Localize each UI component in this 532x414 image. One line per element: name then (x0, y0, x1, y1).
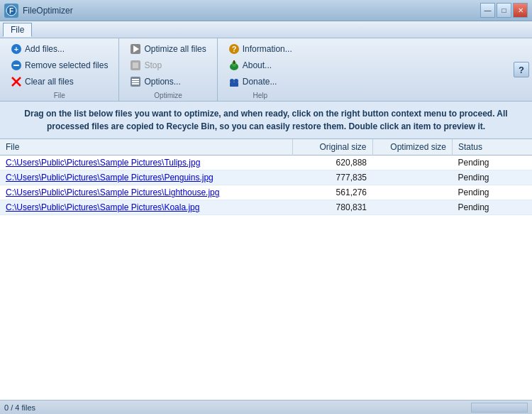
file-group-label: File (6, 89, 113, 99)
information-icon: ? (228, 43, 240, 55)
column-status: Status (453, 139, 533, 156)
stop-button[interactable]: Stop (125, 58, 211, 73)
toolbar-group-file: + Add files... Remove selected files (0, 38, 119, 101)
file-cell: C:\Users\Public\Pictures\Sample Pictures… (0, 185, 293, 200)
file-table: File Original size Optimized size Status… (0, 139, 532, 215)
about-icon (228, 60, 240, 71)
svg-rect-13 (132, 79, 139, 80)
optimize-all-icon (130, 43, 141, 55)
table-row[interactable]: C:\Users\Public\Pictures\Sample Pictures… (0, 185, 532, 200)
status-bar-text: 0 / 4 files (4, 403, 35, 412)
table-row[interactable]: C:\Users\Public\Pictures\Sample Pictures… (0, 170, 532, 185)
svg-text:F: F (9, 7, 13, 15)
minimize-button[interactable]: — (480, 3, 495, 18)
svg-text:?: ? (231, 45, 236, 53)
menu-item-file[interactable]: File (3, 23, 32, 37)
original-size-cell: 620,888 (293, 156, 373, 170)
file-table-body: C:\Users\Public\Pictures\Sample Pictures… (0, 156, 532, 215)
status-bar: 0 / 4 files (0, 400, 532, 414)
app-icon: F (4, 4, 18, 18)
optimized-size-cell (372, 185, 453, 200)
optimize-buttons: Optimize all files Stop (125, 41, 211, 89)
file-cell: C:\Users\Public\Pictures\Sample Pictures… (0, 170, 293, 185)
stop-label: Stop (144, 60, 162, 70)
optimized-size-cell (372, 156, 453, 170)
svg-rect-5 (13, 65, 19, 66)
status-cell: Pending (453, 200, 533, 215)
donate-icon (228, 76, 240, 87)
optimize-group-label: Optimize (125, 89, 211, 99)
clear-all-button[interactable]: Clear all files (6, 74, 113, 89)
file-link[interactable]: C:\Users\Public\Pictures\Sample Pictures… (6, 173, 214, 183)
remove-selected-label: Remove selected files (25, 60, 108, 70)
help-buttons: ? Information... About... (223, 41, 297, 89)
table-row[interactable]: C:\Users\Public\Pictures\Sample Pictures… (0, 200, 532, 215)
add-files-label: Add files... (25, 44, 65, 54)
menu-bar: File (0, 21, 532, 38)
file-link[interactable]: C:\Users\Public\Pictures\Sample Pictures… (6, 187, 219, 197)
column-file: File (0, 139, 293, 156)
donate-label: Donate... (243, 77, 277, 87)
column-original-size: Original size (293, 139, 373, 156)
file-cell: C:\Users\Public\Pictures\Sample Pictures… (0, 200, 293, 215)
status-cell: Pending (453, 185, 533, 200)
status-cell: Pending (453, 156, 533, 170)
optimized-size-cell (372, 200, 453, 215)
help-icon-button[interactable]: ? (514, 62, 529, 77)
toolbar-group-help: ? Information... About... (218, 38, 303, 101)
clear-all-label: Clear all files (25, 77, 74, 87)
title-bar-controls: — □ ✕ (480, 3, 528, 18)
file-buttons: + Add files... Remove selected files (6, 41, 113, 89)
toolbar-group-optimize: Optimize all files Stop (119, 38, 217, 101)
file-link[interactable]: C:\Users\Public\Pictures\Sample Pictures… (6, 202, 199, 212)
optimize-all-button[interactable]: Optimize all files (125, 41, 211, 57)
status-bar-progress (471, 403, 528, 413)
close-button[interactable]: ✕ (513, 3, 528, 18)
title-bar: F FileOptimizer — □ ✕ (0, 0, 532, 21)
title-bar-title: FileOptimizer (23, 6, 73, 16)
status-cell: Pending (453, 170, 533, 185)
original-size-cell: 780,831 (293, 200, 373, 215)
stop-icon (130, 60, 141, 71)
original-size-cell: 777,835 (293, 170, 373, 185)
svg-rect-20 (233, 60, 235, 64)
remove-selected-button[interactable]: Remove selected files (6, 58, 113, 73)
file-cell: C:\Users\Public\Pictures\Sample Pictures… (0, 156, 293, 170)
about-button[interactable]: About... (223, 58, 297, 73)
clear-all-icon (11, 76, 22, 87)
svg-rect-11 (133, 62, 138, 68)
original-size-cell: 561,276 (293, 185, 373, 200)
toolbar: + Add files... Remove selected files (0, 38, 532, 102)
column-optimized-size: Optimized size (372, 139, 453, 156)
information-button[interactable]: ? Information... (223, 41, 297, 57)
info-bar: Drag on the list below files you want to… (0, 102, 532, 139)
options-icon (130, 76, 141, 87)
help-group-label: Help (223, 89, 297, 99)
table-row[interactable]: C:\Users\Public\Pictures\Sample Pictures… (0, 156, 532, 170)
about-label: About... (243, 60, 272, 70)
table-header-row: File Original size Optimized size Status (0, 139, 532, 156)
options-label: Options... (144, 77, 180, 87)
add-files-button[interactable]: + Add files... (6, 41, 113, 57)
add-files-icon: + (11, 43, 22, 55)
optimize-all-label: Optimize all files (144, 44, 206, 54)
info-bar-text: Drag on the list below files you want to… (24, 109, 507, 131)
svg-rect-23 (230, 82, 238, 87)
svg-text:+: + (14, 45, 18, 53)
information-label: Information... (243, 44, 292, 54)
title-bar-left: F FileOptimizer (4, 4, 73, 18)
optimized-size-cell (372, 170, 453, 185)
file-list-container: File Original size Optimized size Status… (0, 139, 532, 407)
donate-button[interactable]: Donate... (223, 74, 297, 89)
file-link[interactable]: C:\Users\Public\Pictures\Sample Pictures… (6, 158, 200, 168)
toolbar-inner: + Add files... Remove selected files (0, 38, 514, 101)
remove-selected-icon (11, 60, 22, 71)
maximize-button[interactable]: □ (497, 3, 511, 18)
options-button[interactable]: Options... (125, 74, 211, 89)
svg-rect-14 (132, 81, 139, 82)
svg-rect-15 (132, 83, 139, 85)
